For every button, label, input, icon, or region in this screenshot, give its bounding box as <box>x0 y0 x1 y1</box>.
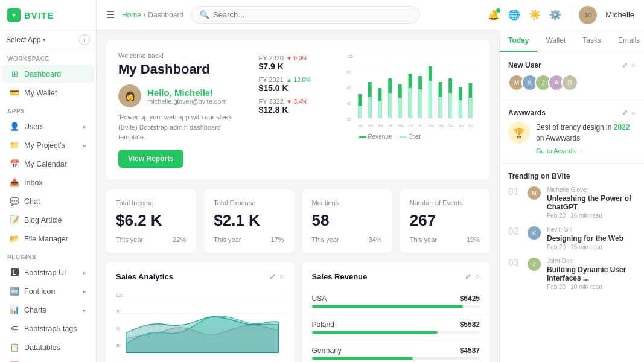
svg-text:40: 40 <box>347 101 351 106</box>
new-user-more-icon[interactable]: ○ <box>631 61 636 69</box>
notification-dot <box>496 8 500 13</box>
logo-icon: ▼ <box>7 8 21 22</box>
welcome-left: Welcome back! My Dashboard 👩 Hello, Mich… <box>118 52 249 168</box>
revenue-more-icon[interactable]: ○ <box>475 272 480 281</box>
trend-read: 16 min read <box>570 212 602 219</box>
globe-icon[interactable]: 🌐 <box>508 9 520 21</box>
stat-pct: 17% <box>270 236 284 243</box>
svg-text:Sep: Sep <box>438 124 444 128</box>
svg-rect-21 <box>408 88 412 118</box>
trending-section: Trending on BVite 01 M Michelle Glover U… <box>500 164 644 306</box>
tab-emails[interactable]: Emails <box>610 30 644 52</box>
awwwards-more-icon[interactable]: ○ <box>631 109 636 117</box>
svg-text:Aug: Aug <box>428 124 433 128</box>
sidebar-item-files[interactable]: 📂 File Manager <box>2 230 94 247</box>
revenue-bar-bg <box>312 305 480 308</box>
sidebar-item-flatpickr[interactable]: 📆 Flatpickr <box>2 357 94 362</box>
search-box[interactable]: 🔍 <box>191 6 420 24</box>
welcome-text: Welcome back! <box>118 52 249 59</box>
search-input[interactable] <box>213 10 411 19</box>
sidebar-item-bootstrap[interactable]: 🅱 Bootstrap UI ▸ <box>2 264 94 281</box>
breadcrumb: Home / Dashboard <box>122 11 183 19</box>
new-user-section: New User ⤢ ○ M K J A R <box>500 52 644 100</box>
stat-value: $2.1 K <box>214 211 284 230</box>
menu-icon[interactable]: ☰ <box>106 9 115 21</box>
trend-article-title[interactable]: Unleashing the Power of ChatGPT <box>547 194 636 211</box>
datatables-icon: 📋 <box>10 343 19 352</box>
sidebar-item-blog-label: Blog Article <box>24 216 62 224</box>
select-app-label[interactable]: Select App <box>6 36 40 44</box>
revenue-amount: $5582 <box>460 320 480 329</box>
revenue-bar-bg <box>312 357 480 360</box>
sidebar-logo: ▼ BVITE <box>0 0 96 31</box>
stat-pct: 19% <box>467 236 480 243</box>
sidebar-item-users[interactable]: 👤 Users ▸ <box>2 118 94 135</box>
sidebar-item-dashboard-label: Dashboard <box>24 70 61 78</box>
fy2020-direction-icon: ▼ 0.0% <box>286 55 307 62</box>
trend-content: John Doe Building Dynamic User Interface… <box>547 258 636 290</box>
stat-value: 267 <box>410 211 480 230</box>
welcome-avatar: 👩 <box>118 84 141 107</box>
trend-article-title[interactable]: Building Dynamic User Interfaces ... <box>547 265 636 282</box>
tab-wallet[interactable]: Wallet <box>537 30 574 52</box>
analytics-title-text: Sales Analytics <box>116 272 173 281</box>
trend-num: 01 <box>508 186 521 197</box>
svg-text:Oct: Oct <box>468 124 473 128</box>
sidebar-item-bootstrap5[interactable]: 🏷 Bootstrap5 tags <box>2 320 94 337</box>
analytics-more-icon[interactable]: ○ <box>279 272 284 281</box>
trend-avatar: M <box>528 186 541 200</box>
trend-content: Michelle Glover Unleashing the Power of … <box>547 186 636 219</box>
sidebar-item-calendar[interactable]: 📅 My Calendar <box>2 155 94 173</box>
sidebar-item-inbox[interactable]: 📥 Inbox <box>2 174 94 191</box>
select-app-chevron[interactable]: ▾ <box>43 37 46 43</box>
svg-text:May: May <box>398 124 404 128</box>
stat-label: Number of Events <box>410 199 480 206</box>
legend-cost: Cost <box>409 133 421 140</box>
trend-read: 10 min read <box>570 284 602 290</box>
sidebar-item-fonticon[interactable]: 🔤 Font icon ▸ <box>2 282 94 300</box>
fonticon-icon: 🔤 <box>10 287 19 296</box>
users-icon: 👤 <box>10 122 19 131</box>
revenue-amount: $4587 <box>460 346 480 355</box>
svg-text:60: 60 <box>347 85 351 90</box>
awwwards-expand-icon[interactable]: ⤢ <box>622 109 628 117</box>
sidebar-item-wallet[interactable]: 💳 My Wallet <box>2 84 94 101</box>
sidebar-item-wallet-label: My Wallet <box>24 89 57 97</box>
topbar-actions: 🔔 🌐 ☀️ ⚙️ M Michelle <box>488 6 634 24</box>
revenue-table: USA $6425 Poland $5582 Germany $4587 <box>312 288 480 363</box>
new-user-expand-icon[interactable]: ⤢ <box>622 61 628 69</box>
awwwards-title-text: Awwwards <box>508 109 546 117</box>
sidebar-item-chat[interactable]: 💬 Chat <box>2 192 94 210</box>
trend-meta: Feb 20 16 min read <box>547 212 636 219</box>
view-reports-button[interactable]: View Reports <box>118 150 183 168</box>
sidebar-item-projects[interactable]: 📁 My Project's ▸ <box>2 136 94 154</box>
fy-stats: FY 2020▼ 0.0% $7.9 K FY 2021▲ 12.0% $15.… <box>259 52 337 115</box>
sidebar-item-datatables[interactable]: 📋 Datatables <box>2 338 94 356</box>
tab-today[interactable]: Today <box>500 30 537 52</box>
add-workspace-button[interactable]: + <box>79 34 90 45</box>
svg-text:Jan: Jan <box>358 124 363 128</box>
tab-tasks[interactable]: Tasks <box>574 30 610 52</box>
trend-article-title[interactable]: Designing for the Web <box>547 234 636 243</box>
go-to-awards-link[interactable]: Go to Awards → <box>536 147 636 154</box>
topbar: ☰ Home / Dashboard 🔍 🔔 🌐 ☀️ ⚙️ M Michell… <box>97 0 644 30</box>
awwwards-icon: 🏆 <box>508 122 530 144</box>
chat-icon: 💬 <box>10 197 19 206</box>
svg-text:Feb: Feb <box>368 124 373 128</box>
sidebar-item-charts[interactable]: 📊 Charts ▸ <box>2 301 94 319</box>
sidebar-item-dashboard[interactable]: ⊞ Dashboard <box>2 65 94 83</box>
svg-text:90: 90 <box>116 310 121 314</box>
sidebar-item-users-label: Users <box>24 122 44 131</box>
trend-date: Feb 20 <box>547 244 566 250</box>
users-arrow-icon: ▸ <box>83 124 86 130</box>
stat-label: Meetings <box>312 199 382 206</box>
theme-icon[interactable]: ☀️ <box>529 9 541 21</box>
sidebar-item-blog[interactable]: 📝 Blog Article <box>2 211 94 229</box>
analytics-expand-icon[interactable]: ⤢ <box>269 272 276 281</box>
breadcrumb-home[interactable]: Home <box>122 11 141 19</box>
revenue-expand-icon[interactable]: ⤢ <box>465 272 471 281</box>
breadcrumb-separator: / <box>144 11 145 19</box>
notification-icon[interactable]: 🔔 <box>488 9 500 21</box>
settings-icon[interactable]: ⚙️ <box>549 9 561 21</box>
svg-text:Oct: Oct <box>448 124 453 128</box>
